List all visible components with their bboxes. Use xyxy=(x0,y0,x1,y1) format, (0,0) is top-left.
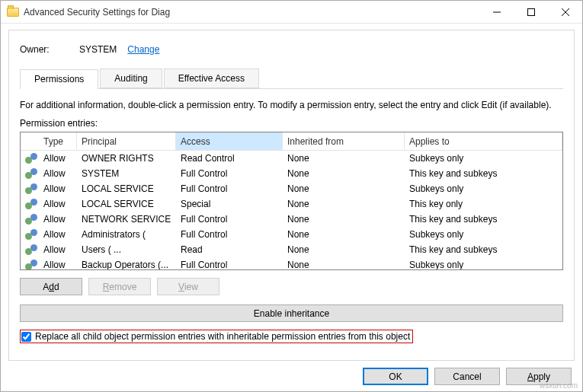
cancel-button[interactable]: Cancel xyxy=(434,368,500,385)
people-icon xyxy=(25,199,37,209)
cell-applies: Subkeys only xyxy=(405,153,562,164)
change-owner-link[interactable]: Change xyxy=(127,44,159,55)
close-button[interactable] xyxy=(548,1,582,23)
owner-value: SYSTEM xyxy=(79,44,117,55)
cell-inherited: None xyxy=(283,153,405,164)
cell-access: Full Control xyxy=(176,183,283,194)
cell-inherited: None xyxy=(283,168,405,179)
info-text: For additional information, double-click… xyxy=(20,100,563,110)
table-row[interactable]: AllowNETWORK SERVICEFull ControlNoneThis… xyxy=(21,212,562,227)
people-icon xyxy=(25,153,37,164)
cell-applies: This key and subkeys xyxy=(405,244,562,255)
tab-auditing[interactable]: Auditing xyxy=(100,69,162,88)
window-title: Advanced Security Settings for Diag xyxy=(24,7,479,18)
cell-access: Read Control xyxy=(176,153,283,164)
cell-access: Special xyxy=(176,199,283,209)
col-principal[interactable]: Principal xyxy=(77,132,176,150)
cell-type: Allow xyxy=(39,168,77,179)
remove-button: Remove xyxy=(88,278,151,295)
maximize-button[interactable] xyxy=(514,1,548,23)
cell-inherited: None xyxy=(283,260,405,270)
tab-effective-access[interactable]: Effective Access xyxy=(164,69,259,88)
replace-checkbox-row[interactable]: Replace all child object permission entr… xyxy=(20,330,413,343)
cell-principal: NETWORK SERVICE xyxy=(77,214,176,225)
table-row[interactable]: AllowAdministrators (Full ControlNoneSub… xyxy=(21,227,562,242)
permissions-table: Type Principal Access Inherited from App… xyxy=(20,132,563,270)
table-row[interactable]: AllowBackup Operators (...Full ControlNo… xyxy=(21,257,562,270)
replace-checkbox-label: Replace all child object permission entr… xyxy=(35,331,410,342)
cell-principal: Backup Operators (... xyxy=(77,260,176,270)
replace-checkbox[interactable] xyxy=(21,332,31,342)
cell-access: Full Control xyxy=(176,260,283,270)
cell-inherited: None xyxy=(283,244,405,255)
cell-applies: Subkeys only xyxy=(405,260,562,270)
cell-access: Full Control xyxy=(176,168,283,179)
people-icon xyxy=(25,229,37,240)
add-button[interactable]: Add xyxy=(20,278,82,295)
cell-principal: OWNER RIGHTS xyxy=(77,153,176,164)
cell-type: Allow xyxy=(39,153,77,164)
folder-icon xyxy=(7,8,19,17)
cell-applies: Subkeys only xyxy=(405,183,562,194)
cell-applies: This key and subkeys xyxy=(405,168,562,179)
cell-principal: Users ( ... xyxy=(77,244,176,255)
people-icon xyxy=(25,260,37,270)
minimize-button[interactable] xyxy=(479,1,514,23)
cell-type: Allow xyxy=(39,199,77,209)
col-access[interactable]: Access xyxy=(176,132,283,150)
view-button: View xyxy=(157,278,219,295)
cell-applies: Subkeys only xyxy=(405,229,562,240)
content-panel: Owner: SYSTEM Change Permissions Auditin… xyxy=(8,30,575,361)
col-inherited[interactable]: Inherited from xyxy=(283,132,405,150)
cell-inherited: None xyxy=(283,214,405,225)
owner-label: Owner: xyxy=(20,44,79,55)
cell-access: Full Control xyxy=(176,214,283,225)
cell-principal: Administrators ( xyxy=(77,229,176,240)
cell-inherited: None xyxy=(283,199,405,209)
tab-permissions[interactable]: Permissions xyxy=(20,69,98,89)
cell-inherited: None xyxy=(283,229,405,240)
cell-access: Read xyxy=(176,244,283,255)
table-row[interactable]: AllowLOCAL SERVICEFull ControlNoneSubkey… xyxy=(21,181,562,196)
col-icon[interactable] xyxy=(21,132,39,150)
enable-inheritance-button[interactable]: Enable inheritance xyxy=(20,304,563,322)
cell-principal: SYSTEM xyxy=(77,168,176,179)
cell-type: Allow xyxy=(39,183,77,194)
people-icon xyxy=(25,168,37,179)
people-icon xyxy=(25,214,37,225)
table-row[interactable]: AllowOWNER RIGHTSRead ControlNoneSubkeys… xyxy=(21,151,562,166)
table-row[interactable]: AllowSYSTEMFull ControlNoneThis key and … xyxy=(21,166,562,181)
table-row[interactable]: AllowUsers ( ...ReadNoneThis key and sub… xyxy=(21,242,562,257)
tab-strip: Permissions Auditing Effective Access xyxy=(20,69,563,89)
cell-applies: This key and subkeys xyxy=(405,214,562,225)
cell-type: Allow xyxy=(39,214,77,225)
ok-button[interactable]: OK xyxy=(363,368,428,385)
people-icon xyxy=(25,244,37,255)
entries-label: Permission entries: xyxy=(20,118,563,129)
cell-type: Allow xyxy=(39,229,77,240)
svg-rect-1 xyxy=(527,8,534,15)
cell-access: Full Control xyxy=(176,229,283,240)
title-bar: Advanced Security Settings for Diag xyxy=(1,1,582,24)
table-header: Type Principal Access Inherited from App… xyxy=(21,132,562,151)
people-icon xyxy=(25,183,37,194)
cell-principal: LOCAL SERVICE xyxy=(77,183,176,194)
cell-type: Allow xyxy=(39,260,77,270)
col-type[interactable]: Type xyxy=(39,132,77,150)
cell-type: Allow xyxy=(39,244,77,255)
table-body[interactable]: AllowOWNER RIGHTSRead ControlNoneSubkeys… xyxy=(21,151,562,270)
watermark: wsxun.com xyxy=(540,381,578,390)
cell-inherited: None xyxy=(283,183,405,194)
table-row[interactable]: AllowLOCAL SERVICESpecialNoneThis key on… xyxy=(21,196,562,212)
col-applies[interactable]: Applies to xyxy=(405,132,562,150)
cell-applies: This key only xyxy=(405,199,562,209)
cell-principal: LOCAL SERVICE xyxy=(77,199,176,209)
